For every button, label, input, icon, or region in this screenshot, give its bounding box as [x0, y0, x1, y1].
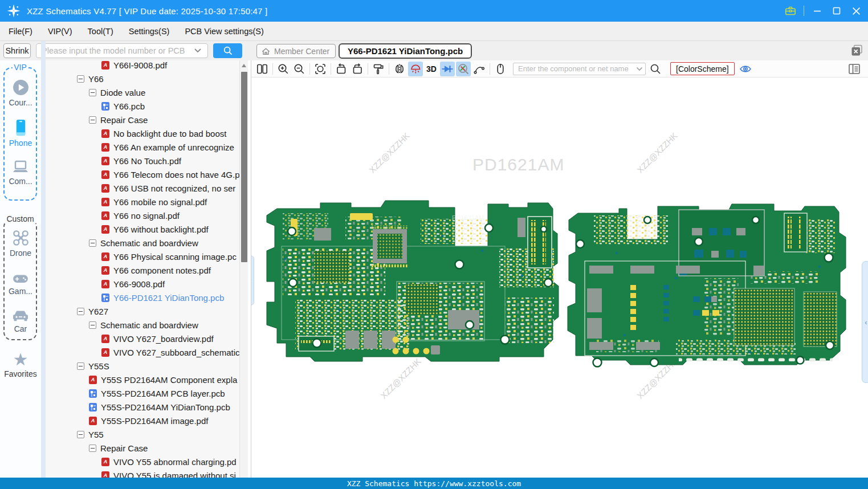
tree-expander-icon[interactable]: [89, 116, 96, 124]
sidebar-item-car[interactable]: Car: [0, 308, 41, 333]
tree-expander-icon[interactable]: [89, 89, 96, 96]
tree-item[interactable]: Schematic and boardview: [46, 318, 239, 332]
tree-expander-icon[interactable]: [89, 239, 96, 247]
rotate-right-button[interactable]: [350, 62, 365, 76]
model-search-button[interactable]: [213, 43, 242, 58]
mirror-flip-button[interactable]: [392, 62, 407, 76]
tree-item[interactable]: Y66-9008.pdf: [46, 277, 239, 291]
file-tree-panel[interactable]: Y66I-9008.pdf Y66 Diode value Y66.pcb: [46, 60, 239, 478]
net-search-button[interactable]: [648, 62, 663, 76]
minimize-button[interactable]: [808, 0, 827, 22]
tree-item[interactable]: Y55S: [46, 359, 239, 373]
tree-item[interactable]: VIVO Y55 abnormal charging.pd: [46, 455, 239, 468]
tree-item[interactable]: Diode value: [46, 85, 239, 99]
side-panel-toggle-icon[interactable]: [848, 63, 861, 75]
tree-item[interactable]: Y55: [46, 427, 239, 441]
tree-item[interactable]: Schematic and boardview: [46, 236, 239, 250]
pcb-board-front[interactable]: [260, 196, 562, 370]
tree-item[interactable]: Y66 no signal.pdf: [46, 209, 239, 222]
sidebar-item-game[interactable]: Gam...: [0, 272, 41, 296]
license-briefcase-icon[interactable]: [781, 0, 800, 22]
sidebar-item-phone[interactable]: Phone: [0, 119, 41, 148]
model-search-input[interactable]: [36, 43, 208, 58]
tab-pcb-file[interactable]: Y66-PD1621 YiDianTong.pcb: [339, 43, 472, 59]
tree-expander-icon[interactable]: [89, 445, 96, 452]
close-button[interactable]: [846, 0, 866, 22]
pdf-file-icon: [89, 417, 97, 425]
split-view-button[interactable]: [255, 62, 270, 76]
eye-visibility-button[interactable]: [738, 62, 753, 76]
sidebar-item-drone[interactable]: Drone: [0, 229, 41, 258]
tree-item[interactable]: Y55S PD2164AM Component expla: [46, 373, 239, 386]
close-all-tabs-icon[interactable]: [851, 44, 863, 56]
menu-vip[interactable]: VIP(V): [48, 27, 72, 36]
curve-trace-button[interactable]: [472, 62, 487, 76]
fit-screen-button[interactable]: [313, 62, 328, 76]
pcb-file-icon: [89, 403, 97, 411]
tree-item[interactable]: Y66 without backlight.pdf: [46, 222, 239, 236]
tree-item[interactable]: Y66-PD1621 YiDianTong.pcb: [46, 291, 239, 304]
lamp-highlight-button[interactable]: [408, 62, 423, 76]
collapse-side-handle[interactable]: [862, 261, 868, 383]
scroll-up-arrow-icon[interactable]: [241, 63, 247, 68]
tree-item[interactable]: Y66 Telecom does not have 4G.p: [46, 168, 239, 181]
zoom-in-button[interactable]: [276, 62, 291, 76]
tree-item[interactable]: Y55S-PD2164AM YiDianTong.pcb: [46, 400, 239, 414]
rotate-left-button[interactable]: [334, 62, 349, 76]
tree-item[interactable]: Y66 Physical scanning image.pc: [46, 250, 239, 263]
chevron-down-icon[interactable]: [194, 47, 202, 54]
zoom-out-button[interactable]: [292, 62, 307, 76]
tree-item-label: Y55S-PD2164AM YiDianTong.pcb: [101, 402, 230, 412]
net-search-input[interactable]: [513, 63, 646, 75]
tree-item[interactable]: Repair Case: [46, 441, 239, 455]
tree-item[interactable]: Y66 No Touch.pdf: [46, 154, 239, 168]
tree-item[interactable]: Y66: [46, 72, 239, 85]
tree-item[interactable]: Y55S-PD2164AM PCB layer.pcb: [46, 386, 239, 400]
tree-expander-icon[interactable]: [89, 321, 96, 329]
menu-settings[interactable]: Settings(S): [129, 27, 170, 36]
tree-expander-icon[interactable]: [77, 308, 84, 315]
tree-item[interactable]: Y66 component notes.pdf: [46, 263, 239, 277]
sidebar-item-course[interactable]: Cour...: [0, 79, 41, 107]
tree-expander-icon[interactable]: [77, 362, 84, 370]
diode-mode-button[interactable]: [440, 62, 455, 76]
scrollbar-thumb[interactable]: [241, 72, 247, 262]
tree-item[interactable]: VIVO Y627_boardview.pdf: [46, 332, 239, 345]
sidebar-item-favorites[interactable]: Favorites: [0, 351, 41, 378]
tree-item[interactable]: No backlight due to bad boost: [46, 127, 239, 140]
member-center-button[interactable]: Member Center: [256, 44, 336, 58]
mouse-mode-button[interactable]: [493, 62, 508, 76]
menu-file[interactable]: File(F): [9, 27, 32, 36]
menu-pcb-view-settings[interactable]: PCB View settings(S): [185, 27, 263, 36]
measure-inspect-button[interactable]: [456, 62, 471, 76]
chevron-down-icon[interactable]: [636, 66, 643, 72]
tree-item[interactable]: VIVO Y55 is damaged without si: [46, 468, 239, 478]
menu-tool[interactable]: Tool(T): [88, 27, 113, 36]
tree-item[interactable]: Y627: [46, 304, 239, 318]
shrink-button[interactable]: Shrink: [3, 43, 31, 58]
tree-item-label: Y66-9008.pdf: [113, 279, 165, 289]
tree-scrollbar[interactable]: [239, 60, 248, 478]
tree-item[interactable]: Repair Case: [46, 113, 239, 127]
titlebar: XZZ Schematics V4.77 [ VIP Due date: 202…: [0, 0, 868, 22]
collapse-tree-handle[interactable]: [251, 255, 254, 305]
tree-expander-icon[interactable]: [77, 431, 84, 438]
pdf-file-icon: [101, 129, 109, 138]
tree-item[interactable]: Y66I-9008.pdf: [46, 60, 239, 72]
color-scheme-button[interactable]: [ColorScheme]: [670, 62, 735, 75]
3d-view-button[interactable]: 3D: [424, 62, 439, 76]
tree-item[interactable]: Y66 mobile no signal.pdf: [46, 195, 239, 209]
pdf-file-icon: [101, 157, 109, 165]
tree-expander-icon[interactable]: [77, 75, 84, 83]
tree-item-label: VIVO Y55 is damaged without si: [113, 471, 236, 478]
tree-item[interactable]: VIVO Y627_subboard_schematic: [46, 345, 239, 359]
sidebar-item-computer[interactable]: Com...: [0, 160, 41, 186]
paint-roller-button[interactable]: [371, 62, 386, 76]
maximize-button[interactable]: [827, 0, 846, 22]
tree-item[interactable]: Y66.pcb: [46, 99, 239, 113]
tree-item[interactable]: Y66 An example of unrecognize: [46, 140, 239, 154]
pcb-board-back[interactable]: [562, 198, 854, 376]
pcb-canvas[interactable]: PD1621AM XZZ@XZZHK XZZ@XZZHK XZZ@XZZHK X…: [251, 78, 868, 478]
tree-item[interactable]: Y55S-PD2164AM image.pdf: [46, 414, 239, 427]
tree-item[interactable]: Y66 USB not recognized, no ser: [46, 181, 239, 195]
